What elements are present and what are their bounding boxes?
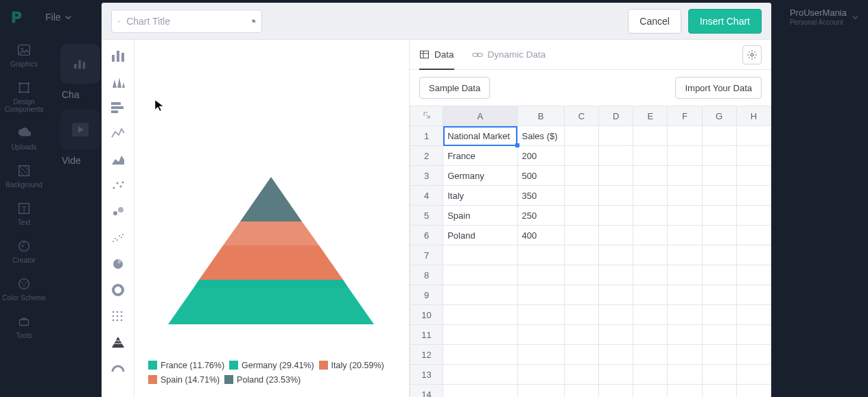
chart-type-scatter[interactable] (109, 178, 127, 193)
grid-cell[interactable]: Italy (443, 186, 517, 206)
thumb-charts[interactable] (60, 44, 100, 84)
grid-cell[interactable] (517, 345, 564, 365)
grid-cell[interactable] (633, 305, 668, 325)
grid-cell[interactable] (517, 285, 564, 305)
grid-cell[interactable] (668, 385, 702, 398)
grid-cell[interactable] (702, 126, 736, 146)
grid-cell[interactable] (517, 325, 564, 345)
grid-cell[interactable] (564, 226, 598, 245)
grid-cell[interactable]: Sales ($) (517, 126, 564, 146)
grid-cell[interactable] (564, 325, 598, 345)
grid-cell[interactable] (633, 365, 668, 385)
chart-type-column[interactable] (109, 74, 127, 89)
row-header[interactable]: 3 (410, 166, 443, 186)
grid-cell[interactable] (668, 245, 702, 265)
grid-cell[interactable] (443, 365, 517, 385)
grid-cell[interactable] (736, 226, 771, 245)
chart-type-area[interactable] (109, 152, 127, 167)
insert-chart-button[interactable]: Insert Chart (688, 9, 762, 34)
grid-cell[interactable] (736, 166, 771, 186)
grid-cell[interactable] (599, 206, 633, 226)
grid-cell[interactable]: 250 (517, 206, 564, 226)
grid-cell[interactable] (599, 305, 633, 325)
chart-type-scatter2[interactable] (109, 230, 127, 245)
grid-cell[interactable] (702, 345, 736, 365)
chart-type-matrix[interactable] (109, 309, 127, 324)
grid-cell[interactable] (443, 245, 517, 265)
grid-cell[interactable] (668, 166, 702, 186)
grid-cell[interactable] (599, 146, 633, 166)
grid-cell[interactable] (702, 206, 736, 226)
grid-cell[interactable] (736, 206, 771, 226)
grid-cell[interactable] (702, 186, 736, 206)
grid-cell[interactable] (564, 285, 598, 305)
grid-cell[interactable] (668, 365, 702, 385)
grid-cell[interactable] (633, 285, 668, 305)
grid-cell[interactable] (702, 226, 736, 245)
grid-cell[interactable] (443, 265, 517, 285)
grid-cell[interactable] (599, 126, 633, 146)
chart-title-input-wrap[interactable] (111, 10, 262, 33)
grid-cell[interactable] (702, 245, 736, 265)
grid-cell[interactable] (633, 265, 668, 285)
col-header[interactable]: B (517, 106, 564, 126)
grid-cell[interactable] (736, 265, 771, 285)
row-header[interactable]: 11 (410, 325, 443, 345)
grid-cell[interactable] (633, 206, 668, 226)
col-header[interactable]: C (564, 106, 598, 126)
grid-cell[interactable] (564, 245, 598, 265)
grid-cell[interactable] (564, 146, 598, 166)
grid-cell[interactable] (599, 285, 633, 305)
grid-cell[interactable] (633, 186, 668, 206)
grid-cell[interactable] (517, 245, 564, 265)
col-header[interactable]: H (736, 106, 771, 126)
row-header[interactable]: 12 (410, 345, 443, 365)
grid-cell[interactable] (668, 305, 702, 325)
tab-data[interactable]: Data (419, 40, 454, 70)
grid-cell[interactable] (702, 305, 736, 325)
grid-cell[interactable] (668, 285, 702, 305)
row-header[interactable]: 10 (410, 305, 443, 325)
grid-cell[interactable] (564, 126, 598, 146)
rail-tools[interactable]: Tools (16, 314, 32, 339)
grid-cell[interactable] (736, 345, 771, 365)
grid-cell[interactable] (702, 166, 736, 186)
row-header[interactable]: 9 (410, 285, 443, 305)
grid-cell[interactable] (564, 206, 598, 226)
grid-cell[interactable] (702, 385, 736, 398)
row-header[interactable]: 7 (410, 245, 443, 265)
cancel-button[interactable]: Cancel (628, 9, 681, 34)
chart-type-bubble[interactable] (109, 204, 127, 219)
grid-cell[interactable] (736, 146, 771, 166)
grid-cell[interactable] (668, 226, 702, 245)
grid-cell[interactable] (736, 305, 771, 325)
col-header[interactable]: E (633, 106, 668, 126)
grid-cell[interactable] (443, 325, 517, 345)
grid-cell[interactable] (736, 186, 771, 206)
account-menu[interactable]: ProUserMania Personal Account (790, 8, 858, 27)
grid-cell[interactable] (702, 285, 736, 305)
chart-type-hbar[interactable] (109, 100, 127, 115)
grid-cell[interactable] (599, 385, 633, 398)
grid-cell[interactable] (633, 146, 668, 166)
grid-cell[interactable] (599, 345, 633, 365)
row-header[interactable]: 4 (410, 186, 443, 206)
rail-uploads[interactable]: Uploads (12, 125, 37, 151)
col-header[interactable]: G (702, 106, 736, 126)
grid-cell[interactable] (736, 365, 771, 385)
grid-cell[interactable] (564, 385, 598, 398)
grid-cell[interactable] (668, 345, 702, 365)
grid-cell[interactable] (564, 345, 598, 365)
col-header[interactable]: A (443, 106, 517, 126)
rail-graphics[interactable]: Graphics (10, 43, 38, 68)
grid-cell[interactable]: Germany (443, 166, 517, 186)
grid-cell[interactable] (736, 385, 771, 398)
row-header[interactable]: 1 (410, 126, 443, 146)
grid-cell[interactable] (668, 146, 702, 166)
rail-background[interactable]: Background (5, 163, 42, 189)
grid-cell[interactable] (517, 385, 564, 398)
grid-cell[interactable] (736, 325, 771, 345)
chart-type-pie[interactable] (109, 256, 127, 272)
row-header[interactable]: 5 (410, 206, 443, 226)
grid-cell[interactable] (599, 365, 633, 385)
